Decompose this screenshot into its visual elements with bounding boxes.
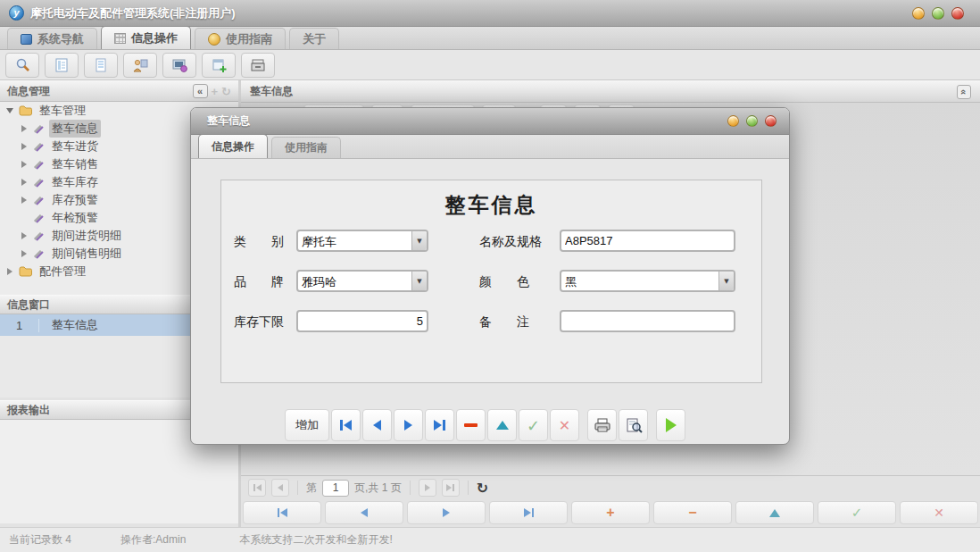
chevron-down-icon: ▼: [417, 238, 421, 245]
execute-button[interactable]: [656, 409, 685, 441]
post-record-button[interactable]: ✓: [818, 501, 896, 524]
dialog-tab-user-guide[interactable]: 使用指南: [271, 137, 341, 158]
folder-open-icon: [19, 105, 32, 116]
nav-next-button[interactable]: [407, 501, 486, 524]
document-button[interactable]: [84, 53, 118, 78]
print-button[interactable]: [587, 409, 617, 441]
dialog-tab-bar: 信息操作 使用指南: [191, 135, 789, 159]
app-window: y 摩托电动车及配件管理系统(非注册用户) 系统导航 信息操作 使用指南 关于: [0, 0, 980, 552]
refresh-icon[interactable]: ↻: [221, 85, 231, 98]
expand-arrow-icon[interactable]: [20, 161, 29, 168]
tab-system-nav[interactable]: 系统导航: [7, 28, 97, 49]
dropdown-button[interactable]: ▼: [718, 272, 734, 290]
info-management-header: 信息管理 « + ↻: [0, 80, 238, 102]
brand-select[interactable]: 雅玛哈 ▼: [296, 270, 428, 292]
minimize-button[interactable]: [912, 7, 925, 20]
tab-info-operation[interactable]: 信息操作: [101, 26, 191, 49]
dialog-title-bar[interactable]: 整车信息: [191, 108, 789, 135]
name-spec-input[interactable]: [561, 231, 734, 250]
brand-label: 品 牌: [234, 270, 303, 293]
remark-input[interactable]: [561, 312, 734, 330]
cancel-button[interactable]: ✕: [550, 409, 579, 441]
row-label: 整车信息: [39, 317, 98, 333]
cancel-record-button[interactable]: ✕: [900, 501, 978, 524]
insert-record-button[interactable]: +: [571, 501, 650, 524]
last-page-button[interactable]: [442, 479, 460, 497]
add-icon[interactable]: +: [212, 85, 219, 98]
collapse-panel-button[interactable]: «: [193, 84, 208, 98]
print-icon: [594, 417, 611, 433]
color-select[interactable]: 黑 ▼: [560, 270, 735, 292]
collapse-arrow-icon[interactable]: [5, 108, 14, 113]
dialog-title: 整车信息: [207, 113, 250, 129]
user-board-button[interactable]: [123, 53, 157, 78]
collapse-up-button[interactable]: «: [957, 85, 971, 99]
stock-min-field[interactable]: [296, 310, 428, 332]
nav-first-button[interactable]: [331, 409, 361, 441]
post-icon: ✓: [527, 416, 540, 435]
dropdown-button[interactable]: ▼: [411, 231, 427, 250]
nav-last-button[interactable]: [425, 409, 454, 441]
dialog-tab-info-operation[interactable]: 信息操作: [198, 134, 268, 158]
tree-item-label: 年检预警: [49, 209, 101, 227]
edit-button[interactable]: [487, 409, 517, 441]
name-spec-field[interactable]: [560, 230, 735, 252]
tree-item-label: 配件管理: [37, 263, 88, 280]
dialog-minimize-button[interactable]: [727, 115, 739, 127]
nav-prev-button[interactable]: [362, 409, 392, 441]
window-add-button[interactable]: [202, 53, 236, 78]
post-button[interactable]: ✓: [519, 409, 548, 441]
tab-user-guide[interactable]: 使用指南: [195, 28, 286, 49]
close-button[interactable]: [951, 7, 964, 20]
stock-min-input[interactable]: [298, 312, 427, 330]
expand-arrow-icon[interactable]: [20, 179, 29, 186]
row-index: 1: [0, 319, 39, 332]
nav-prev-button[interactable]: [325, 501, 403, 524]
archive-button[interactable]: [241, 53, 275, 78]
brand-value: 雅玛哈: [298, 272, 411, 290]
edit-record-button[interactable]: [735, 501, 814, 524]
tab-about[interactable]: 关于: [289, 28, 339, 49]
maximize-button[interactable]: [932, 7, 944, 20]
dropdown-button[interactable]: ▼: [411, 272, 427, 290]
nav-next-button[interactable]: [394, 409, 423, 441]
info-window-title: 信息窗口: [7, 297, 50, 313]
print-preview-button[interactable]: [619, 409, 648, 441]
expand-arrow-icon[interactable]: [20, 143, 29, 150]
info-management-title: 信息管理: [7, 84, 50, 99]
prev-page-button[interactable]: [271, 479, 289, 497]
category-select[interactable]: 摩托车 ▼: [296, 230, 428, 252]
edit-icon: [769, 509, 780, 517]
next-page-button[interactable]: [419, 479, 436, 497]
remark-field[interactable]: [560, 310, 735, 332]
search-browse-button[interactable]: [5, 53, 39, 78]
grid-pager: 第 页,共 1 页 ↻: [241, 475, 980, 499]
first-page-button[interactable]: [248, 479, 266, 497]
monitor-globe-button[interactable]: [162, 53, 196, 78]
nav-last-button[interactable]: [489, 501, 568, 524]
form-view-button[interactable]: [45, 53, 79, 78]
page-number-input[interactable]: [322, 480, 349, 497]
tree-item-label: 整车管理: [37, 102, 88, 120]
monitor-globe-icon: [171, 57, 188, 73]
nav-first-button[interactable]: [243, 501, 321, 524]
expand-arrow-icon[interactable]: [20, 232, 29, 239]
tool-icon: [33, 213, 45, 224]
expand-arrow-icon[interactable]: [20, 250, 29, 257]
delete-button[interactable]: [456, 409, 486, 441]
delete-record-button[interactable]: −: [653, 501, 732, 524]
dialog-maximize-button[interactable]: [746, 115, 758, 127]
nav-last-icon: [524, 508, 531, 517]
refresh-icon[interactable]: ↻: [477, 480, 488, 497]
main-tab-bar: 系统导航 信息操作 使用指南 关于: [0, 27, 980, 50]
expand-arrow-icon[interactable]: [20, 197, 29, 204]
tab-label: 使用指南: [226, 31, 272, 47]
dialog-close-button[interactable]: [765, 115, 777, 127]
grid-icon: [114, 33, 126, 44]
expand-arrow-icon[interactable]: [5, 268, 14, 275]
expand-arrow-icon[interactable]: [20, 125, 29, 132]
print-preview-icon: [625, 417, 643, 433]
dialog-toolbar: 增加 ✓ ✕: [285, 408, 685, 442]
add-button[interactable]: 增加: [285, 409, 329, 441]
remark-label: 备 注: [479, 310, 558, 333]
